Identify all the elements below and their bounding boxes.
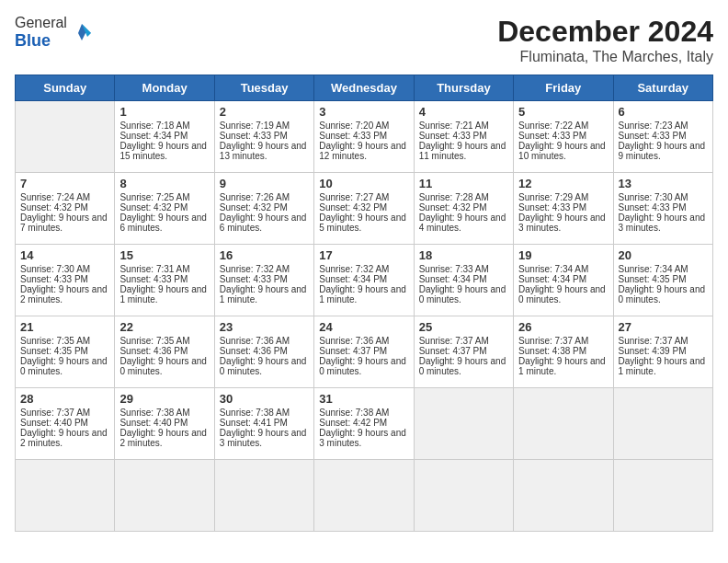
day-cell-8: 8Sunrise: 7:25 AM Sunset: 4:32 PM Daylig… [115, 173, 214, 245]
weekday-header-friday: Friday [514, 75, 613, 101]
day-number: 24 [319, 320, 408, 334]
day-cell-21: 21Sunrise: 7:35 AM Sunset: 4:35 PM Dayli… [16, 316, 115, 388]
location-title: Fluminata, The Marches, Italy [497, 49, 713, 65]
calendar-row: 28Sunrise: 7:37 AM Sunset: 4:40 PM Dayli… [16, 388, 713, 460]
day-info: Sunrise: 7:31 AM Sunset: 4:33 PM Dayligh… [119, 264, 207, 304]
day-info: Sunrise: 7:37 AM Sunset: 4:38 PM Dayligh… [518, 336, 606, 376]
day-info: Sunrise: 7:32 AM Sunset: 4:34 PM Dayligh… [319, 264, 406, 304]
day-number: 22 [119, 320, 209, 334]
day-cell-29: 29Sunrise: 7:38 AM Sunset: 4:40 PM Dayli… [115, 388, 214, 460]
empty-cell [613, 460, 712, 532]
day-number: 31 [319, 392, 408, 406]
day-cell-16: 16Sunrise: 7:32 AM Sunset: 4:33 PM Dayli… [214, 245, 313, 316]
day-info: Sunrise: 7:32 AM Sunset: 4:33 PM Dayligh… [220, 264, 307, 304]
calendar-row: 1Sunrise: 7:18 AM Sunset: 4:34 PM Daylig… [16, 101, 713, 173]
day-number: 17 [319, 248, 408, 262]
day-cell-2: 2Sunrise: 7:19 AM Sunset: 4:33 PM Daylig… [214, 101, 313, 173]
day-number: 1 [119, 105, 209, 119]
logo-blue: Blue [15, 31, 51, 50]
day-cell-14: 14Sunrise: 7:30 AM Sunset: 4:33 PM Dayli… [16, 245, 115, 316]
day-info: Sunrise: 7:19 AM Sunset: 4:33 PM Dayligh… [220, 121, 307, 161]
day-number: 3 [319, 105, 408, 119]
logo-general: General [15, 15, 67, 30]
day-number: 21 [20, 320, 109, 334]
day-number: 4 [419, 105, 508, 119]
day-cell-27: 27Sunrise: 7:37 AM Sunset: 4:39 PM Dayli… [613, 316, 712, 388]
day-cell-23: 23Sunrise: 7:36 AM Sunset: 4:36 PM Dayli… [214, 316, 313, 388]
day-number: 10 [319, 177, 408, 190]
day-info: Sunrise: 7:25 AM Sunset: 4:32 PM Dayligh… [119, 192, 207, 233]
day-info: Sunrise: 7:21 AM Sunset: 4:33 PM Dayligh… [419, 121, 506, 161]
day-number: 2 [220, 105, 309, 119]
day-info: Sunrise: 7:28 AM Sunset: 4:32 PM Dayligh… [419, 192, 506, 233]
day-cell-4: 4Sunrise: 7:21 AM Sunset: 4:33 PM Daylig… [414, 101, 513, 173]
month-title: December 2024 [497, 15, 713, 49]
day-info: Sunrise: 7:37 AM Sunset: 4:40 PM Dayligh… [20, 408, 108, 448]
day-cell-15: 15Sunrise: 7:31 AM Sunset: 4:33 PM Dayli… [115, 245, 214, 316]
day-cell-17: 17Sunrise: 7:32 AM Sunset: 4:34 PM Dayli… [314, 245, 414, 316]
logo: General Blue [15, 15, 95, 51]
day-info: Sunrise: 7:38 AM Sunset: 4:42 PM Dayligh… [319, 408, 406, 448]
empty-cell [314, 460, 414, 532]
day-number: 20 [619, 248, 708, 262]
page-header: General Blue December 2024 Fluminata, Th… [15, 15, 713, 65]
day-number: 11 [419, 177, 508, 190]
day-cell-5: 5Sunrise: 7:22 AM Sunset: 4:33 PM Daylig… [514, 101, 613, 173]
calendar-row: 7Sunrise: 7:24 AM Sunset: 4:32 PM Daylig… [16, 173, 713, 245]
weekday-header-wednesday: Wednesday [314, 75, 414, 101]
day-info: Sunrise: 7:36 AM Sunset: 4:37 PM Dayligh… [319, 336, 406, 376]
empty-cell [514, 388, 613, 460]
day-info: Sunrise: 7:24 AM Sunset: 4:32 PM Dayligh… [20, 192, 108, 233]
day-info: Sunrise: 7:34 AM Sunset: 4:34 PM Dayligh… [518, 264, 606, 304]
day-info: Sunrise: 7:23 AM Sunset: 4:33 PM Dayligh… [619, 121, 706, 161]
day-info: Sunrise: 7:37 AM Sunset: 4:37 PM Dayligh… [419, 336, 506, 376]
day-number: 26 [518, 320, 608, 334]
day-number: 7 [20, 177, 109, 190]
calendar-row: 21Sunrise: 7:35 AM Sunset: 4:35 PM Dayli… [16, 316, 713, 388]
day-info: Sunrise: 7:35 AM Sunset: 4:35 PM Dayligh… [20, 336, 108, 376]
day-cell-28: 28Sunrise: 7:37 AM Sunset: 4:40 PM Dayli… [16, 388, 115, 460]
calendar-table: SundayMondayTuesdayWednesdayThursdayFrid… [15, 75, 713, 532]
day-info: Sunrise: 7:35 AM Sunset: 4:36 PM Dayligh… [119, 336, 207, 376]
weekday-header-thursday: Thursday [414, 75, 513, 101]
day-cell-12: 12Sunrise: 7:29 AM Sunset: 4:33 PM Dayli… [514, 173, 613, 245]
day-number: 16 [220, 248, 309, 262]
empty-cell [115, 460, 214, 532]
weekday-header-saturday: Saturday [613, 75, 712, 101]
day-info: Sunrise: 7:29 AM Sunset: 4:33 PM Dayligh… [518, 192, 606, 233]
day-cell-20: 20Sunrise: 7:34 AM Sunset: 4:35 PM Dayli… [613, 245, 712, 316]
weekday-header-sunday: Sunday [16, 75, 115, 101]
day-cell-19: 19Sunrise: 7:34 AM Sunset: 4:34 PM Dayli… [514, 245, 613, 316]
day-info: Sunrise: 7:30 AM Sunset: 4:33 PM Dayligh… [619, 192, 706, 233]
day-number: 27 [619, 320, 708, 334]
empty-cell [16, 460, 115, 532]
day-info: Sunrise: 7:27 AM Sunset: 4:32 PM Dayligh… [319, 192, 406, 233]
day-info: Sunrise: 7:30 AM Sunset: 4:33 PM Dayligh… [20, 264, 108, 304]
day-info: Sunrise: 7:26 AM Sunset: 4:32 PM Dayligh… [220, 192, 307, 233]
day-number: 30 [220, 392, 309, 406]
calendar-row [16, 460, 713, 532]
day-number: 19 [518, 248, 608, 262]
weekday-header-tuesday: Tuesday [214, 75, 313, 101]
day-info: Sunrise: 7:18 AM Sunset: 4:34 PM Dayligh… [119, 121, 207, 161]
day-cell-10: 10Sunrise: 7:27 AM Sunset: 4:32 PM Dayli… [314, 173, 414, 245]
day-cell-26: 26Sunrise: 7:37 AM Sunset: 4:38 PM Dayli… [514, 316, 613, 388]
weekday-header-row: SundayMondayTuesdayWednesdayThursdayFrid… [16, 75, 713, 101]
day-number: 23 [220, 320, 309, 334]
day-number: 29 [119, 392, 209, 406]
day-number: 18 [419, 248, 508, 262]
empty-cell [514, 460, 613, 532]
day-info: Sunrise: 7:36 AM Sunset: 4:36 PM Dayligh… [220, 336, 307, 376]
calendar-row: 14Sunrise: 7:30 AM Sunset: 4:33 PM Dayli… [16, 245, 713, 316]
weekday-header-monday: Monday [115, 75, 214, 101]
day-number: 28 [20, 392, 109, 406]
day-cell-11: 11Sunrise: 7:28 AM Sunset: 4:32 PM Dayli… [414, 173, 513, 245]
day-number: 8 [119, 177, 209, 190]
title-area: December 2024 Fluminata, The Marches, It… [497, 15, 713, 65]
day-number: 9 [220, 177, 309, 190]
day-cell-25: 25Sunrise: 7:37 AM Sunset: 4:37 PM Dayli… [414, 316, 513, 388]
day-number: 13 [619, 177, 708, 190]
day-cell-13: 13Sunrise: 7:30 AM Sunset: 4:33 PM Dayli… [613, 173, 712, 245]
day-number: 15 [119, 248, 209, 262]
day-cell-24: 24Sunrise: 7:36 AM Sunset: 4:37 PM Dayli… [314, 316, 414, 388]
